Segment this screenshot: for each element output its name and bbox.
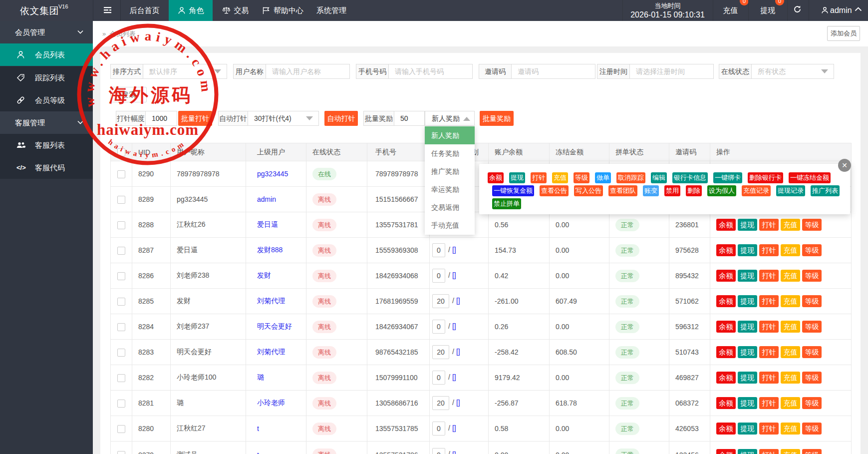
svg-text:haiwaiym.com: haiwaiym.com (97, 121, 199, 138)
svg-text:海外源码: 海外源码 (108, 85, 193, 105)
